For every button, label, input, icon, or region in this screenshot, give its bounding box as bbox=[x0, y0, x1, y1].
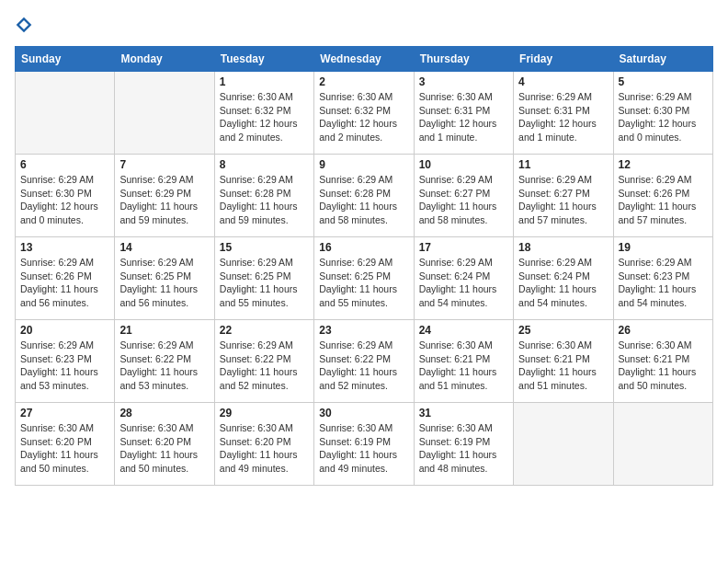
day-info: Sunrise: 6:29 AM Sunset: 6:22 PM Dayligh… bbox=[220, 339, 309, 393]
calendar-day-cell bbox=[115, 72, 214, 155]
day-number: 17 bbox=[419, 241, 508, 254]
calendar-day-cell: 9Sunrise: 6:29 AM Sunset: 6:28 PM Daylig… bbox=[314, 155, 414, 237]
day-of-week-header: Thursday bbox=[414, 47, 513, 72]
calendar-day-cell: 18Sunrise: 6:29 AM Sunset: 6:24 PM Dayli… bbox=[514, 237, 613, 320]
calendar-day-cell: 21Sunrise: 6:29 AM Sunset: 6:22 PM Dayli… bbox=[115, 320, 214, 403]
day-info: Sunrise: 6:29 AM Sunset: 6:25 PM Dayligh… bbox=[319, 256, 408, 310]
day-of-week-header: Tuesday bbox=[214, 47, 313, 72]
calendar-week-row: 1Sunrise: 6:30 AM Sunset: 6:32 PM Daylig… bbox=[16, 72, 713, 155]
calendar-day-cell: 19Sunrise: 6:29 AM Sunset: 6:23 PM Dayli… bbox=[613, 237, 712, 320]
day-number: 2 bbox=[319, 75, 408, 88]
day-info: Sunrise: 6:30 AM Sunset: 6:21 PM Dayligh… bbox=[419, 339, 508, 393]
day-of-week-header: Wednesday bbox=[314, 47, 414, 72]
day-info: Sunrise: 6:29 AM Sunset: 6:31 PM Dayligh… bbox=[518, 90, 608, 144]
day-number: 1 bbox=[220, 75, 309, 88]
day-info: Sunrise: 6:30 AM Sunset: 6:19 PM Dayligh… bbox=[319, 421, 408, 476]
day-info: Sunrise: 6:29 AM Sunset: 6:23 PM Dayligh… bbox=[619, 256, 708, 310]
day-of-week-header: Saturday bbox=[613, 47, 712, 72]
day-number: 30 bbox=[319, 407, 408, 419]
calendar-day-cell: 4Sunrise: 6:29 AM Sunset: 6:31 PM Daylig… bbox=[514, 72, 613, 155]
calendar-table: SundayMondayTuesdayWednesdayThursdayFrid… bbox=[15, 46, 713, 486]
calendar-day-cell: 28Sunrise: 6:30 AM Sunset: 6:20 PM Dayli… bbox=[115, 403, 214, 486]
day-number: 11 bbox=[518, 158, 608, 171]
day-number: 16 bbox=[319, 241, 408, 254]
day-number: 28 bbox=[119, 407, 209, 419]
page-header bbox=[15, 15, 713, 35]
day-info: Sunrise: 6:29 AM Sunset: 6:23 PM Dayligh… bbox=[20, 339, 109, 393]
calendar-day-cell: 14Sunrise: 6:29 AM Sunset: 6:25 PM Dayli… bbox=[115, 237, 214, 320]
calendar-day-cell: 31Sunrise: 6:30 AM Sunset: 6:19 PM Dayli… bbox=[414, 403, 513, 486]
calendar-day-cell: 20Sunrise: 6:29 AM Sunset: 6:23 PM Dayli… bbox=[16, 320, 115, 403]
day-number: 27 bbox=[20, 407, 109, 419]
calendar-day-cell: 17Sunrise: 6:29 AM Sunset: 6:24 PM Dayli… bbox=[414, 237, 513, 320]
calendar-day-cell: 1Sunrise: 6:30 AM Sunset: 6:32 PM Daylig… bbox=[214, 72, 313, 155]
calendar-day-cell: 2Sunrise: 6:30 AM Sunset: 6:32 PM Daylig… bbox=[314, 72, 414, 155]
calendar-day-cell: 25Sunrise: 6:30 AM Sunset: 6:21 PM Dayli… bbox=[514, 320, 613, 403]
day-number: 29 bbox=[220, 407, 309, 419]
day-info: Sunrise: 6:29 AM Sunset: 6:28 PM Dayligh… bbox=[319, 173, 408, 227]
calendar-week-row: 13Sunrise: 6:29 AM Sunset: 6:26 PM Dayli… bbox=[16, 237, 713, 320]
day-info: Sunrise: 6:30 AM Sunset: 6:21 PM Dayligh… bbox=[518, 339, 608, 393]
day-number: 4 bbox=[518, 75, 608, 88]
calendar-day-cell: 8Sunrise: 6:29 AM Sunset: 6:28 PM Daylig… bbox=[214, 155, 313, 237]
day-info: Sunrise: 6:29 AM Sunset: 6:26 PM Dayligh… bbox=[619, 173, 708, 227]
day-info: Sunrise: 6:29 AM Sunset: 6:24 PM Dayligh… bbox=[518, 256, 608, 310]
calendar-week-row: 27Sunrise: 6:30 AM Sunset: 6:20 PM Dayli… bbox=[16, 403, 713, 486]
calendar-day-cell: 16Sunrise: 6:29 AM Sunset: 6:25 PM Dayli… bbox=[314, 237, 414, 320]
calendar-day-cell: 12Sunrise: 6:29 AM Sunset: 6:26 PM Dayli… bbox=[613, 155, 712, 237]
day-number: 6 bbox=[20, 158, 109, 171]
day-info: Sunrise: 6:30 AM Sunset: 6:32 PM Dayligh… bbox=[220, 90, 309, 144]
day-number: 5 bbox=[619, 75, 708, 88]
day-number: 22 bbox=[220, 324, 309, 337]
calendar-day-cell bbox=[514, 403, 613, 486]
day-info: Sunrise: 6:29 AM Sunset: 6:28 PM Dayligh… bbox=[220, 173, 309, 227]
calendar-day-cell: 3Sunrise: 6:30 AM Sunset: 6:31 PM Daylig… bbox=[414, 72, 513, 155]
day-info: Sunrise: 6:30 AM Sunset: 6:21 PM Dayligh… bbox=[619, 339, 708, 393]
day-info: Sunrise: 6:30 AM Sunset: 6:20 PM Dayligh… bbox=[119, 421, 209, 476]
day-info: Sunrise: 6:29 AM Sunset: 6:26 PM Dayligh… bbox=[20, 256, 109, 310]
day-number: 3 bbox=[419, 75, 508, 88]
day-number: 14 bbox=[119, 241, 209, 254]
day-info: Sunrise: 6:29 AM Sunset: 6:27 PM Dayligh… bbox=[518, 173, 608, 227]
day-number: 21 bbox=[119, 324, 209, 337]
day-number: 26 bbox=[619, 324, 708, 337]
day-number: 18 bbox=[518, 241, 608, 254]
calendar-day-cell: 27Sunrise: 6:30 AM Sunset: 6:20 PM Dayli… bbox=[16, 403, 115, 486]
logo-icon bbox=[15, 16, 33, 34]
day-number: 7 bbox=[119, 158, 209, 171]
day-of-week-header: Friday bbox=[514, 47, 613, 72]
calendar-day-cell: 29Sunrise: 6:30 AM Sunset: 6:20 PM Dayli… bbox=[214, 403, 313, 486]
day-info: Sunrise: 6:29 AM Sunset: 6:27 PM Dayligh… bbox=[419, 173, 508, 227]
day-number: 12 bbox=[619, 158, 708, 171]
calendar-week-row: 6Sunrise: 6:29 AM Sunset: 6:30 PM Daylig… bbox=[16, 155, 713, 237]
day-info: Sunrise: 6:30 AM Sunset: 6:31 PM Dayligh… bbox=[419, 90, 508, 144]
calendar-day-cell bbox=[16, 72, 115, 155]
day-number: 25 bbox=[518, 324, 608, 337]
day-info: Sunrise: 6:29 AM Sunset: 6:22 PM Dayligh… bbox=[119, 339, 209, 393]
calendar-day-cell: 6Sunrise: 6:29 AM Sunset: 6:30 PM Daylig… bbox=[16, 155, 115, 237]
day-info: Sunrise: 6:29 AM Sunset: 6:30 PM Dayligh… bbox=[619, 90, 708, 144]
calendar-day-cell: 7Sunrise: 6:29 AM Sunset: 6:29 PM Daylig… bbox=[115, 155, 214, 237]
calendar-day-cell bbox=[613, 403, 712, 486]
day-number: 13 bbox=[20, 241, 109, 254]
calendar-day-cell: 5Sunrise: 6:29 AM Sunset: 6:30 PM Daylig… bbox=[613, 72, 712, 155]
day-info: Sunrise: 6:30 AM Sunset: 6:20 PM Dayligh… bbox=[20, 421, 109, 476]
calendar-day-cell: 10Sunrise: 6:29 AM Sunset: 6:27 PM Dayli… bbox=[414, 155, 513, 237]
day-info: Sunrise: 6:30 AM Sunset: 6:20 PM Dayligh… bbox=[220, 421, 309, 476]
calendar-day-cell: 15Sunrise: 6:29 AM Sunset: 6:25 PM Dayli… bbox=[214, 237, 313, 320]
day-number: 8 bbox=[220, 158, 309, 171]
day-info: Sunrise: 6:29 AM Sunset: 6:25 PM Dayligh… bbox=[220, 256, 309, 310]
calendar-week-row: 20Sunrise: 6:29 AM Sunset: 6:23 PM Dayli… bbox=[16, 320, 713, 403]
day-info: Sunrise: 6:29 AM Sunset: 6:30 PM Dayligh… bbox=[20, 173, 109, 227]
day-of-week-header: Sunday bbox=[16, 47, 115, 72]
day-number: 23 bbox=[319, 324, 408, 337]
calendar-day-cell: 11Sunrise: 6:29 AM Sunset: 6:27 PM Dayli… bbox=[514, 155, 613, 237]
calendar-day-cell: 23Sunrise: 6:29 AM Sunset: 6:22 PM Dayli… bbox=[314, 320, 414, 403]
day-number: 9 bbox=[319, 158, 408, 171]
day-info: Sunrise: 6:29 AM Sunset: 6:25 PM Dayligh… bbox=[119, 256, 209, 310]
day-info: Sunrise: 6:29 AM Sunset: 6:29 PM Dayligh… bbox=[119, 173, 209, 227]
logo bbox=[15, 15, 37, 35]
day-info: Sunrise: 6:30 AM Sunset: 6:32 PM Dayligh… bbox=[319, 90, 408, 144]
calendar-day-cell: 24Sunrise: 6:30 AM Sunset: 6:21 PM Dayli… bbox=[414, 320, 513, 403]
day-info: Sunrise: 6:29 AM Sunset: 6:22 PM Dayligh… bbox=[319, 339, 408, 393]
